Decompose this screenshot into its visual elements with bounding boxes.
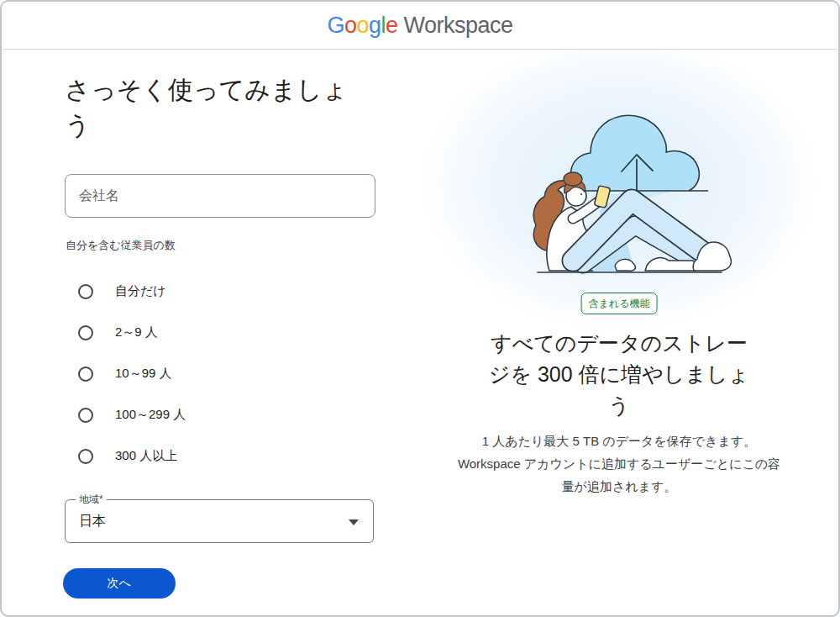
radio-button-icon[interactable] — [78, 367, 93, 382]
radio-option-label: 自分だけ — [115, 283, 166, 299]
radio-option-label: 300 人以上 — [115, 448, 177, 464]
dropdown-arrow-icon — [349, 519, 359, 525]
region-select-label: 地域* — [76, 493, 107, 506]
workspace-logo-text: Workspace — [404, 13, 513, 39]
included-features-badge: 含まれる機能 — [581, 293, 658, 314]
radio-option-label: 100～299 人 — [115, 407, 186, 423]
header: Google Workspace — [2, 2, 838, 50]
employee-count-option[interactable]: 自分だけ — [65, 271, 333, 312]
employee-count-option[interactable]: 300 人以上 — [65, 435, 333, 477]
google-logo-text: Google — [327, 13, 397, 39]
cloud-upload-illustration — [496, 79, 743, 279]
radio-button-icon[interactable] — [78, 408, 93, 423]
next-button[interactable]: 次へ — [63, 568, 176, 599]
promo-description: 1 人あたり最大 5 TB のデータを保存できます。Workspace アカウン… — [457, 430, 781, 498]
page-title: さっそく使ってみましょう — [65, 72, 367, 143]
region-select-value: 日本 — [79, 513, 106, 530]
employee-count-label: 自分を含む従業員の数 — [66, 238, 176, 253]
page: Google Workspace さっそく使ってみましょう 自分を含む従業員の数… — [0, 0, 840, 617]
radio-button-icon[interactable] — [78, 449, 93, 464]
employee-count-option[interactable]: 100～299 人 — [65, 394, 333, 435]
company-name-input[interactable] — [65, 174, 375, 218]
radio-option-label: 2～9 人 — [115, 324, 158, 340]
radio-button-icon[interactable] — [78, 325, 93, 340]
region-select[interactable]: 地域* 日本 — [65, 499, 374, 543]
promo-heading: すべてのデータのストレージを 300 倍に増やしましょう — [480, 328, 758, 421]
employee-count-option[interactable]: 2～9 人 — [65, 312, 333, 353]
radio-button-icon[interactable] — [78, 284, 93, 299]
employee-count-radio-group: 自分だけ 2～9 人 10～99 人 100～299 人 300 人以上 — [65, 271, 333, 477]
google-workspace-logo: Google Workspace — [327, 13, 512, 39]
employee-count-option[interactable]: 10～99 人 — [65, 353, 333, 394]
radio-option-label: 10～99 人 — [115, 366, 172, 382]
